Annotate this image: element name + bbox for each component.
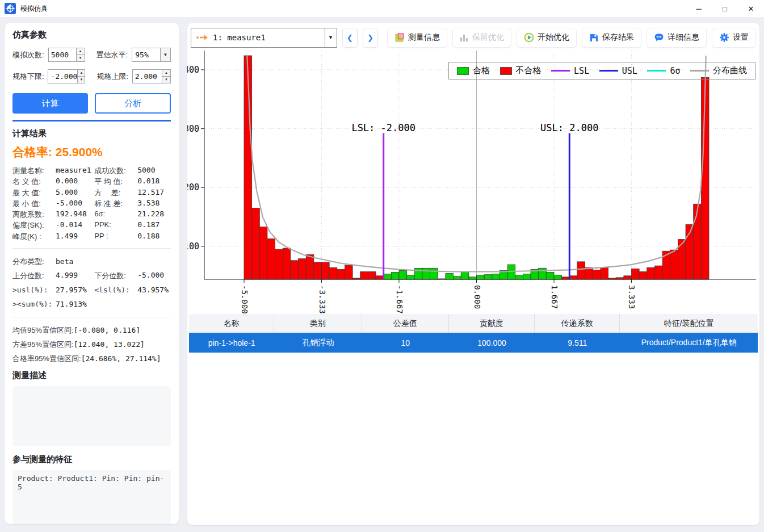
histogram-bar [422, 268, 430, 279]
close-button[interactable]: ✕ [738, 0, 764, 17]
spin-up-icon[interactable]: ▲ [77, 48, 85, 55]
window-title: 模拟仿真 [20, 4, 48, 14]
col-header-category: 类别 [274, 314, 362, 333]
chevron-down-icon[interactable]: ▼ [160, 48, 170, 61]
stat-value: 12.517 [137, 188, 164, 199]
spin-up-icon[interactable]: ▲ [162, 70, 170, 77]
histogram-bar [368, 272, 376, 279]
histogram-bar [639, 272, 647, 279]
next-measure-button[interactable]: ❯ [363, 28, 378, 48]
confidence-select[interactable]: 95% ▼ [132, 48, 171, 62]
histogram-bar [647, 267, 655, 279]
histogram-bar [492, 274, 500, 279]
measure-selector[interactable]: 1: measure1 ▼ [191, 28, 337, 48]
settings-button[interactable]: 设置 [712, 28, 756, 48]
histogram-bar [306, 254, 314, 279]
start-optimize-button[interactable]: 开始优化 [517, 28, 577, 48]
features-box[interactable]: Product: Product1: Pin: Pin: pin-5 [12, 470, 171, 524]
spec-upper-stepper[interactable]: 2.000 ▲▼ [132, 69, 171, 83]
save-icon [589, 33, 599, 43]
histogram-bar [515, 275, 523, 279]
histogram-bar [384, 274, 392, 279]
measure-description-box[interactable] [12, 386, 171, 446]
goto-arrow-icon [196, 33, 208, 41]
stat-label: 离散系数: [12, 210, 56, 220]
spec-lower-value[interactable]: -2.000 [48, 70, 77, 83]
maximize-button[interactable]: □ [712, 0, 738, 17]
analyze-button[interactable]: 分析 [95, 93, 171, 114]
sim-count-label: 模拟次数: [12, 50, 48, 60]
ci-label: 合格率95%置信区间: [12, 354, 81, 364]
titlebar: 模拟仿真 ─ □ ✕ [0, 0, 764, 17]
stat-label: 标 准 差: [94, 199, 137, 210]
y-tick-label: 400 [187, 65, 199, 75]
minimize-button[interactable]: ─ [686, 0, 712, 17]
col-header-tolerance: 公差值 [362, 314, 449, 333]
ci-label: 均值95%置信区间: [12, 325, 74, 336]
sim-count-stepper[interactable]: 5000 ▲▼ [48, 48, 85, 62]
divider [12, 248, 171, 249]
x-tick-label: 3.333 [627, 285, 636, 309]
measure-description-title: 测量描述 [12, 370, 171, 381]
confidence-label: 置信水平: [96, 50, 132, 60]
legend-item: 分布曲线 [690, 65, 747, 76]
histogram-bar [554, 275, 562, 279]
cell-feature-location: Product/Product1/单孔单销 [620, 333, 757, 353]
histogram-bar [252, 208, 260, 279]
y-tick-label: 100 [187, 241, 199, 252]
details-button[interactable]: 详细信息 [647, 28, 707, 48]
stat-label: PP : [94, 232, 137, 242]
legend-item: 不合格 [500, 65, 541, 76]
chevron-down-icon[interactable]: ▼ [325, 28, 337, 47]
spin-down-icon[interactable]: ▼ [78, 77, 85, 83]
spec-lower-stepper[interactable]: -2.000 ▲▼ [48, 69, 85, 83]
col-header-name: 名称 [189, 314, 274, 333]
sim-count-value[interactable]: 5000 [49, 48, 76, 61]
dist-label: 下分位数: [94, 271, 137, 281]
dist-label: <lsl(%): [94, 286, 137, 294]
save-results-button[interactable]: 保存结果 [582, 28, 641, 48]
histogram-bar [624, 276, 632, 279]
histogram-bar [454, 277, 461, 279]
stat-label: 最 小 值: [12, 199, 56, 210]
spin-down-icon[interactable]: ▼ [77, 55, 85, 61]
stat-label: 6σ: [94, 210, 137, 220]
pass-rate-value: 25.900% [56, 145, 103, 158]
histogram-bar [562, 277, 570, 279]
legend-label: 分布曲线 [713, 65, 747, 76]
stat-label: 峰度(K) : [12, 232, 56, 242]
stat-label: 最 大 值: [12, 188, 56, 199]
confidence-value: 95% [132, 48, 160, 61]
toolbar: 1: measure1 ▼ ❮ ❯ 测量信息 保留优化 开始 [187, 23, 759, 48]
spec-upper-value[interactable]: 2.000 [133, 70, 162, 83]
histogram-bar [484, 275, 492, 279]
gear-icon [719, 32, 729, 43]
histogram-bar [585, 267, 593, 279]
histogram-bar [539, 268, 547, 279]
legend-label: 不合格 [516, 65, 541, 76]
previous-measure-button[interactable]: ❮ [342, 28, 358, 48]
histogram-bar [477, 275, 485, 279]
table-row[interactable]: pin-1->hole-1 孔销浮动 10 100.000 9.511 Prod… [189, 333, 758, 353]
keep-optimize-button[interactable]: 保留优化 [452, 28, 511, 48]
main-panel: 1: measure1 ▼ ❮ ❯ 测量信息 保留优化 开始 [187, 23, 759, 525]
stat-value: -5.000 [56, 199, 82, 210]
calculate-button[interactable]: 计算 [12, 93, 88, 114]
histogram-bar [314, 262, 322, 279]
divider [12, 317, 171, 317]
chart-area: LSL: -2.000USL: 2.000100200300400-5.000-… [187, 48, 759, 313]
usl-annotation: USL: 2.000 [540, 122, 598, 133]
histogram-bar [407, 275, 415, 279]
col-header-transfer-coeff: 传递系数 [535, 314, 620, 333]
spin-down-icon[interactable]: ▼ [162, 77, 170, 83]
histogram-bar [678, 240, 686, 280]
measure-info-button[interactable]: 测量信息 [387, 28, 447, 48]
distribution-info: 分布类型:beta 上分位数:4.999下分位数:-5.000 >usl(%):… [12, 254, 171, 311]
sidebar-panel: 仿真参数 模拟次数: 5000 ▲▼ 置信水平: 95% ▼ 规格下限: -2.… [5, 23, 179, 524]
spin-up-icon[interactable]: ▲ [78, 70, 85, 77]
stat-label: 方 差: [94, 188, 137, 199]
legend-swatch [500, 67, 512, 75]
histogram-bar [601, 267, 608, 279]
histogram-bar [345, 265, 352, 279]
histogram-bar [654, 266, 662, 279]
